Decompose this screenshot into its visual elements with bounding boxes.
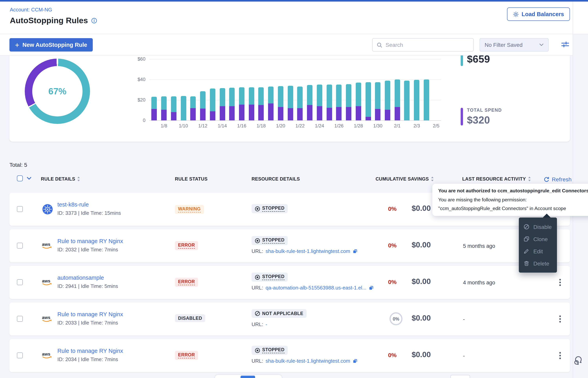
aws-icon: aws	[42, 351, 53, 360]
column-last-resource-activity: LAST RESOURCE ACTIVITY	[462, 176, 531, 182]
menu-item-edit[interactable]: Edit	[519, 245, 557, 257]
rule-meta: ID: 2034 | Idle Time: 7mins	[57, 356, 118, 362]
kebab-menu-icon[interactable]	[557, 278, 564, 287]
resource-url-link[interactable]: qa-automation-alb-515563988.us-east-1.el…	[266, 285, 366, 291]
bar-segment-teal	[219, 88, 225, 106]
bar-segment-teal	[191, 96, 196, 108]
gear-icon	[513, 11, 519, 17]
filter-sliders-icon[interactable]	[561, 41, 570, 49]
bar-segment-teal	[346, 84, 351, 107]
bar-segment-teal	[375, 82, 381, 109]
rule-status-badge: ERROR	[175, 351, 198, 360]
bar-segment-purple	[336, 107, 342, 120]
clone-icon	[524, 236, 529, 242]
rule-name-link[interactable]: Rule to manage RY Nginx	[57, 348, 123, 354]
rule-row: awsRule to manage RY NginxID: 2033 | Idl…	[9, 302, 570, 336]
resource-url-line: URL:sha-bulk-rule-test-1.lightwingtest.c…	[252, 358, 358, 364]
sort-icon[interactable]	[77, 177, 80, 181]
column-rule-status: RULE STATUS	[175, 176, 207, 182]
table-header: RULE DETAILS RULE STATUS RESOURCE DETAIL…	[9, 175, 570, 185]
new-autostopping-rule-button[interactable]: + New AutoStopping Rule	[9, 38, 92, 52]
bar-segment-purple	[385, 109, 390, 120]
pagination-current-page-button[interactable]	[241, 376, 255, 378]
load-balancers-button[interactable]: Load Balancers	[507, 7, 570, 21]
bar-segment-purple	[307, 105, 312, 120]
page-size-dropdown[interactable]	[450, 375, 470, 378]
row-checkbox[interactable]	[17, 279, 23, 285]
resource-state-label: NOT APPLICABLE	[262, 311, 303, 316]
resource-url-link[interactable]: sha-bulk-rule-test-1.lightwingtest.com	[266, 358, 350, 364]
info-icon[interactable]	[91, 17, 97, 23]
copy-icon[interactable]	[353, 249, 358, 254]
row-checkbox[interactable]	[17, 206, 23, 212]
sort-icon[interactable]	[528, 177, 531, 181]
chat-bubbles-icon[interactable]	[573, 354, 585, 366]
bar-segment-teal	[278, 86, 283, 107]
copy-icon[interactable]	[353, 358, 358, 364]
bar-segment-teal	[414, 80, 419, 120]
bar-segment-teal	[181, 96, 186, 120]
bar-segment-purple	[288, 108, 293, 120]
savings-percent: 0%	[388, 279, 396, 285]
select-menu-chevron-icon[interactable]	[27, 177, 31, 180]
savings-marker	[461, 55, 463, 66]
resource-url-label: URL:	[252, 285, 263, 291]
menu-item-label: Disable	[533, 224, 552, 230]
rule-status-badge: ERROR	[175, 241, 198, 250]
page-title: AutoStopping Rules	[10, 16, 88, 25]
kebab-menu-icon[interactable]	[557, 315, 564, 323]
rule-meta: ID: 2033 | Idle Time: 7mins	[57, 320, 118, 326]
rule-name-link[interactable]: Rule to manage RY Nginx	[57, 311, 123, 317]
x-axis-tick: 1/26	[330, 123, 348, 129]
rule-name-link[interactable]: test-k8s-rule	[57, 201, 89, 208]
saved-filter-dropdown[interactable]: No Filter Saved	[480, 38, 549, 52]
bar-segment-purple	[200, 108, 205, 120]
menu-item-delete[interactable]: Delete	[519, 257, 557, 270]
row-checkbox[interactable]	[17, 352, 23, 358]
resource-url-link[interactable]: -	[266, 321, 267, 327]
aws-icon: aws	[42, 315, 53, 323]
spend-marker	[461, 108, 463, 125]
bar-segment-purple	[297, 108, 303, 120]
resource-state-label: STOPPED	[262, 347, 285, 353]
aws-icon: aws	[42, 278, 53, 287]
not-applicable-icon	[255, 311, 260, 316]
menu-item-disable[interactable]: Disable	[519, 221, 557, 233]
total-count-label: Total: 5	[9, 162, 27, 168]
row-checkbox[interactable]	[17, 243, 23, 249]
rule-meta: ID: 3373 | Idle Time: 15mins	[57, 210, 121, 216]
menu-item-clone[interactable]: Clone	[519, 233, 557, 245]
bar-segment-teal	[161, 96, 167, 110]
sort-icon[interactable]	[431, 177, 434, 181]
bar-plot: $60$40$2001/81/101/121/141/161/181/201/2…	[149, 59, 441, 120]
last-activity: 4 months ago	[463, 280, 495, 285]
top-accent-bar	[0, 0, 588, 1]
copy-icon[interactable]	[369, 285, 374, 290]
bar-segment-teal	[395, 80, 400, 107]
x-axis-tick: 1/20	[272, 123, 289, 129]
savings-percent-ring: 0%	[390, 312, 402, 325]
edit-icon	[524, 248, 529, 254]
permission-tooltip: You are not authorized to ccm_autostoppi…	[432, 184, 588, 216]
refresh-button[interactable]: Refresh	[544, 176, 572, 183]
bar-segment-purple	[161, 109, 167, 120]
y-axis-tick: 0	[127, 118, 145, 123]
row-checkbox[interactable]	[17, 316, 23, 322]
tooltip-line-1: You are not authorized to ccm_autostoppi…	[438, 187, 588, 195]
rule-name-link[interactable]: automationsample	[57, 275, 104, 281]
savings-summary-card: 67% $60$40$2001/81/101/121/141/161/181/2…	[9, 55, 570, 142]
select-all-checkbox[interactable]	[17, 176, 23, 181]
resource-url-link[interactable]: sha-bulk-rule-test-1.lightwingtest.com	[266, 248, 350, 254]
resource-state-badge: STOPPED	[252, 346, 288, 355]
tooltip-line-2: You are missing the following permission…	[438, 195, 588, 204]
bar-segment-purple	[210, 111, 215, 120]
rule-name-link[interactable]: Rule to manage RY Nginx	[57, 238, 123, 244]
x-axis-tick: 1/22	[292, 123, 309, 129]
account-breadcrumb[interactable]: Account: CCM-NG	[10, 7, 52, 13]
bar-segment-purple	[191, 108, 196, 120]
bar-segment-purple	[346, 107, 351, 120]
kebab-menu-icon[interactable]	[557, 351, 564, 360]
x-axis-tick: 1/28	[350, 123, 367, 129]
bar-segment-teal	[404, 81, 410, 120]
search-input[interactable]	[385, 42, 464, 48]
